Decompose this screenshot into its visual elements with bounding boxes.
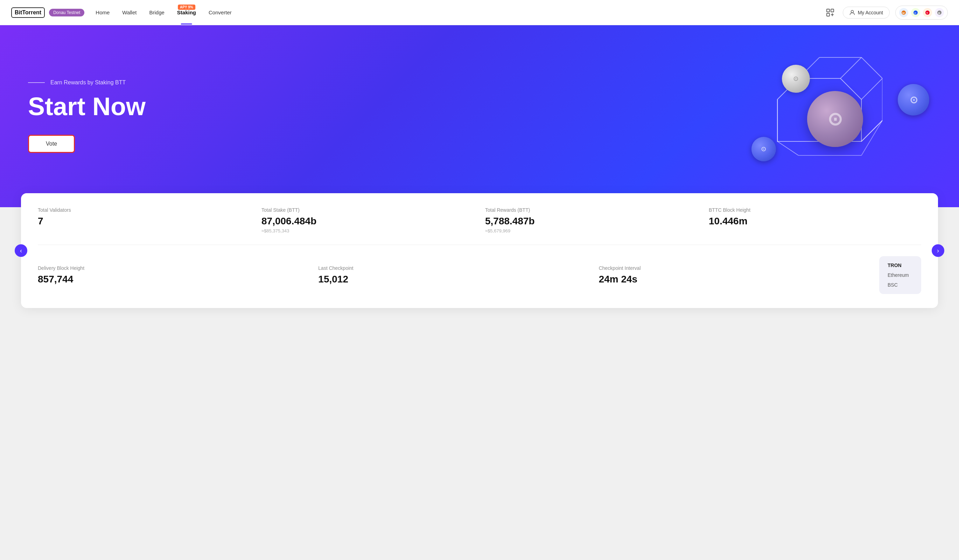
chain-bsc[interactable]: BSC bbox=[887, 282, 913, 288]
network-badge: Donau Testnet bbox=[49, 9, 84, 16]
svg-rect-2 bbox=[827, 13, 830, 16]
stats-card: ‹ › Total Validators 7 Total Stake (BTT)… bbox=[21, 193, 938, 308]
stat-last-checkpoint: Last Checkpoint 15,012 bbox=[318, 265, 587, 285]
nav-links: Home Wallet Bridge APY 9% Staking Conver… bbox=[96, 10, 823, 15]
stat-sub-1: ≈$85,375,343 bbox=[261, 228, 474, 234]
logo: BitTorrent bbox=[11, 7, 45, 18]
stats-bottom-grid: Delivery Block Height 857,744 Last Check… bbox=[38, 256, 921, 294]
stat-value-0: 7 bbox=[38, 216, 250, 227]
wallet-icon-2[interactable]: C bbox=[911, 8, 920, 17]
nav-converter[interactable]: Converter bbox=[209, 10, 232, 15]
stat-label-b1: Last Checkpoint bbox=[318, 265, 587, 271]
stat-value-b1: 15,012 bbox=[318, 274, 587, 285]
stat-value-1: 87,006.484b bbox=[261, 216, 474, 227]
stat-value-b0: 857,744 bbox=[38, 274, 307, 285]
svg-line-19 bbox=[861, 57, 883, 78]
apy-badge: APY 9% bbox=[178, 5, 195, 10]
hero-subtitle: Earn Rewards by Staking BTT bbox=[28, 80, 931, 86]
chain-ethereum[interactable]: Ethereum bbox=[887, 272, 913, 278]
svg-rect-1 bbox=[831, 9, 834, 12]
stat-label-0: Total Validators bbox=[38, 207, 250, 213]
stat-total-stake: Total Stake (BTT) 87,006.484b ≈$85,375,3… bbox=[261, 207, 474, 234]
svg-text:B: B bbox=[938, 11, 940, 15]
stat-label-b0: Delivery Block Height bbox=[38, 265, 307, 271]
my-account-button[interactable]: My Account bbox=[843, 6, 890, 19]
hero-section: Earn Rewards by Staking BTT Start Now Vo… bbox=[0, 25, 959, 207]
stat-label-b2: Checkpoint Interval bbox=[599, 265, 868, 271]
svg-point-5 bbox=[851, 10, 853, 13]
stat-bttc-block: BTTC Block Height 10.446m bbox=[709, 207, 921, 234]
tron-icon: T bbox=[925, 10, 930, 15]
svg-text:C: C bbox=[914, 11, 917, 15]
nav-wallet[interactable]: Wallet bbox=[122, 10, 137, 15]
stat-delivery-block: Delivery Block Height 857,744 bbox=[38, 265, 307, 285]
wallet-icon-3[interactable]: T bbox=[923, 8, 932, 17]
stats-prev-button[interactable]: ‹ bbox=[15, 244, 27, 257]
chain-tron[interactable]: TRON bbox=[887, 262, 913, 269]
metamask-icon: M bbox=[901, 10, 906, 15]
vote-button[interactable]: Vote bbox=[28, 135, 75, 153]
hero-title: Start Now bbox=[28, 93, 931, 120]
hero-content: Earn Rewards by Staking BTT Start Now Vo… bbox=[28, 80, 931, 153]
stats-next-button[interactable]: › bbox=[932, 244, 944, 257]
chain-selector: TRON Ethereum BSC bbox=[879, 256, 921, 294]
coinbase-icon: C bbox=[913, 10, 918, 15]
logo-area: BitTorrent Donau Testnet bbox=[11, 7, 84, 18]
grid-icon-button[interactable] bbox=[823, 6, 837, 20]
navbar: BitTorrent Donau Testnet Home Wallet Bri… bbox=[0, 0, 959, 25]
stat-label-1: Total Stake (BTT) bbox=[261, 207, 474, 213]
stat-value-b2: 24m 24s bbox=[599, 274, 868, 285]
stat-total-rewards: Total Rewards (BTT) 5,788.487b ≈$5,679,9… bbox=[485, 207, 698, 234]
wallet-icon-4[interactable]: B bbox=[935, 8, 944, 17]
wallet-icon-1[interactable]: M bbox=[899, 8, 908, 17]
stats-wrapper: ‹ › Total Validators 7 Total Stake (BTT)… bbox=[0, 193, 959, 308]
stat-total-validators: Total Validators 7 bbox=[38, 207, 250, 234]
svg-text:T: T bbox=[926, 11, 928, 15]
stat-checkpoint-interval: Checkpoint Interval 24m 24s bbox=[599, 265, 868, 285]
stats-top-grid: Total Validators 7 Total Stake (BTT) 87,… bbox=[38, 207, 921, 245]
svg-rect-0 bbox=[827, 9, 830, 12]
nav-home[interactable]: Home bbox=[96, 10, 110, 15]
btt-icon: B bbox=[937, 10, 942, 15]
svg-line-16 bbox=[840, 57, 861, 78]
nav-staking[interactable]: APY 9% Staking bbox=[177, 10, 196, 15]
stat-sub-2: ≈$5,679,969 bbox=[485, 228, 698, 234]
svg-text:M: M bbox=[902, 11, 905, 15]
grid-icon bbox=[826, 9, 834, 16]
wallet-icons-group: M C T B bbox=[895, 6, 948, 20]
nav-right: My Account M C T bbox=[823, 6, 948, 20]
nav-bridge[interactable]: Bridge bbox=[149, 10, 164, 15]
stat-value-3: 10.446m bbox=[709, 216, 921, 227]
user-icon bbox=[849, 10, 855, 15]
stat-label-2: Total Rewards (BTT) bbox=[485, 207, 698, 213]
stat-value-2: 5,788.487b bbox=[485, 216, 698, 227]
stat-label-3: BTTC Block Height bbox=[709, 207, 921, 213]
